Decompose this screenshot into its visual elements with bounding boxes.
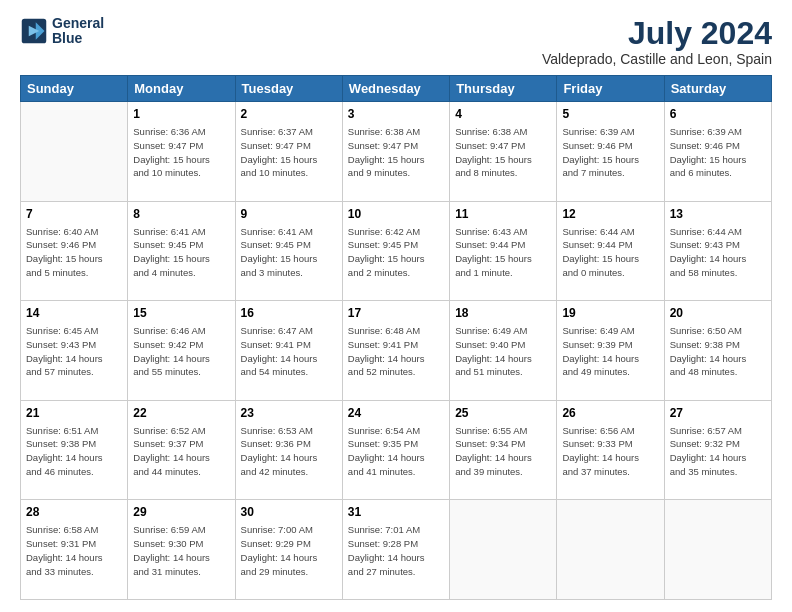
day-number: 21: [26, 405, 122, 422]
day-number: 2: [241, 106, 337, 123]
day-cell: [557, 500, 664, 600]
day-info: Sunrise: 6:47 AM Sunset: 9:41 PM Dayligh…: [241, 324, 337, 379]
day-info: Sunrise: 6:44 AM Sunset: 9:43 PM Dayligh…: [670, 225, 766, 280]
day-number: 14: [26, 305, 122, 322]
day-info: Sunrise: 6:53 AM Sunset: 9:36 PM Dayligh…: [241, 424, 337, 479]
day-header-saturday: Saturday: [664, 76, 771, 102]
day-info: Sunrise: 6:44 AM Sunset: 9:44 PM Dayligh…: [562, 225, 658, 280]
day-cell: 1Sunrise: 6:36 AM Sunset: 9:47 PM Daylig…: [128, 102, 235, 202]
day-number: 31: [348, 504, 444, 521]
day-number: 8: [133, 206, 229, 223]
day-info: Sunrise: 6:43 AM Sunset: 9:44 PM Dayligh…: [455, 225, 551, 280]
day-cell: 21Sunrise: 6:51 AM Sunset: 9:38 PM Dayli…: [21, 400, 128, 500]
day-number: 6: [670, 106, 766, 123]
day-number: 4: [455, 106, 551, 123]
subtitle: Valdeprado, Castille and Leon, Spain: [542, 51, 772, 67]
logo-icon: [20, 17, 48, 45]
day-info: Sunrise: 6:41 AM Sunset: 9:45 PM Dayligh…: [133, 225, 229, 280]
week-row-4: 21Sunrise: 6:51 AM Sunset: 9:38 PM Dayli…: [21, 400, 772, 500]
day-cell: 28Sunrise: 6:58 AM Sunset: 9:31 PM Dayli…: [21, 500, 128, 600]
logo-line2: Blue: [52, 31, 104, 46]
logo: General Blue: [20, 16, 104, 47]
day-info: Sunrise: 6:57 AM Sunset: 9:32 PM Dayligh…: [670, 424, 766, 479]
day-cell: [664, 500, 771, 600]
day-info: Sunrise: 6:55 AM Sunset: 9:34 PM Dayligh…: [455, 424, 551, 479]
day-number: 15: [133, 305, 229, 322]
day-header-sunday: Sunday: [21, 76, 128, 102]
day-number: 16: [241, 305, 337, 322]
day-info: Sunrise: 6:40 AM Sunset: 9:46 PM Dayligh…: [26, 225, 122, 280]
day-number: 22: [133, 405, 229, 422]
calendar-table: SundayMondayTuesdayWednesdayThursdayFrid…: [20, 75, 772, 600]
page: General Blue July 2024 Valdeprado, Casti…: [0, 0, 792, 612]
day-number: 19: [562, 305, 658, 322]
day-cell: 13Sunrise: 6:44 AM Sunset: 9:43 PM Dayli…: [664, 201, 771, 301]
day-info: Sunrise: 6:51 AM Sunset: 9:38 PM Dayligh…: [26, 424, 122, 479]
day-cell: 3Sunrise: 6:38 AM Sunset: 9:47 PM Daylig…: [342, 102, 449, 202]
day-cell: 15Sunrise: 6:46 AM Sunset: 9:42 PM Dayli…: [128, 301, 235, 401]
day-info: Sunrise: 6:42 AM Sunset: 9:45 PM Dayligh…: [348, 225, 444, 280]
day-number: 17: [348, 305, 444, 322]
day-info: Sunrise: 6:56 AM Sunset: 9:33 PM Dayligh…: [562, 424, 658, 479]
day-cell: 12Sunrise: 6:44 AM Sunset: 9:44 PM Dayli…: [557, 201, 664, 301]
day-info: Sunrise: 6:45 AM Sunset: 9:43 PM Dayligh…: [26, 324, 122, 379]
day-cell: 4Sunrise: 6:38 AM Sunset: 9:47 PM Daylig…: [450, 102, 557, 202]
day-info: Sunrise: 6:59 AM Sunset: 9:30 PM Dayligh…: [133, 523, 229, 578]
day-number: 7: [26, 206, 122, 223]
day-info: Sunrise: 6:41 AM Sunset: 9:45 PM Dayligh…: [241, 225, 337, 280]
day-info: Sunrise: 6:39 AM Sunset: 9:46 PM Dayligh…: [562, 125, 658, 180]
day-cell: 9Sunrise: 6:41 AM Sunset: 9:45 PM Daylig…: [235, 201, 342, 301]
week-row-3: 14Sunrise: 6:45 AM Sunset: 9:43 PM Dayli…: [21, 301, 772, 401]
day-info: Sunrise: 6:49 AM Sunset: 9:40 PM Dayligh…: [455, 324, 551, 379]
day-info: Sunrise: 6:39 AM Sunset: 9:46 PM Dayligh…: [670, 125, 766, 180]
day-number: 11: [455, 206, 551, 223]
week-row-5: 28Sunrise: 6:58 AM Sunset: 9:31 PM Dayli…: [21, 500, 772, 600]
day-cell: 30Sunrise: 7:00 AM Sunset: 9:29 PM Dayli…: [235, 500, 342, 600]
title-block: July 2024 Valdeprado, Castille and Leon,…: [542, 16, 772, 67]
day-cell: 18Sunrise: 6:49 AM Sunset: 9:40 PM Dayli…: [450, 301, 557, 401]
day-header-monday: Monday: [128, 76, 235, 102]
day-info: Sunrise: 6:36 AM Sunset: 9:47 PM Dayligh…: [133, 125, 229, 180]
day-cell: 16Sunrise: 6:47 AM Sunset: 9:41 PM Dayli…: [235, 301, 342, 401]
day-cell: 31Sunrise: 7:01 AM Sunset: 9:28 PM Dayli…: [342, 500, 449, 600]
day-info: Sunrise: 7:01 AM Sunset: 9:28 PM Dayligh…: [348, 523, 444, 578]
day-number: 13: [670, 206, 766, 223]
day-cell: 20Sunrise: 6:50 AM Sunset: 9:38 PM Dayli…: [664, 301, 771, 401]
day-cell: [450, 500, 557, 600]
day-info: Sunrise: 6:38 AM Sunset: 9:47 PM Dayligh…: [455, 125, 551, 180]
day-cell: 14Sunrise: 6:45 AM Sunset: 9:43 PM Dayli…: [21, 301, 128, 401]
day-info: Sunrise: 6:58 AM Sunset: 9:31 PM Dayligh…: [26, 523, 122, 578]
day-number: 28: [26, 504, 122, 521]
logo-text: General Blue: [52, 16, 104, 47]
day-info: Sunrise: 6:52 AM Sunset: 9:37 PM Dayligh…: [133, 424, 229, 479]
calendar-header-row: SundayMondayTuesdayWednesdayThursdayFrid…: [21, 76, 772, 102]
day-number: 20: [670, 305, 766, 322]
day-info: Sunrise: 7:00 AM Sunset: 9:29 PM Dayligh…: [241, 523, 337, 578]
day-number: 29: [133, 504, 229, 521]
day-header-tuesday: Tuesday: [235, 76, 342, 102]
day-number: 5: [562, 106, 658, 123]
week-row-2: 7Sunrise: 6:40 AM Sunset: 9:46 PM Daylig…: [21, 201, 772, 301]
day-cell: 27Sunrise: 6:57 AM Sunset: 9:32 PM Dayli…: [664, 400, 771, 500]
day-number: 10: [348, 206, 444, 223]
day-cell: 7Sunrise: 6:40 AM Sunset: 9:46 PM Daylig…: [21, 201, 128, 301]
day-header-wednesday: Wednesday: [342, 76, 449, 102]
day-number: 12: [562, 206, 658, 223]
day-number: 27: [670, 405, 766, 422]
day-number: 26: [562, 405, 658, 422]
day-number: 9: [241, 206, 337, 223]
day-number: 25: [455, 405, 551, 422]
day-header-friday: Friday: [557, 76, 664, 102]
day-cell: 29Sunrise: 6:59 AM Sunset: 9:30 PM Dayli…: [128, 500, 235, 600]
day-info: Sunrise: 6:38 AM Sunset: 9:47 PM Dayligh…: [348, 125, 444, 180]
day-cell: 17Sunrise: 6:48 AM Sunset: 9:41 PM Dayli…: [342, 301, 449, 401]
day-number: 3: [348, 106, 444, 123]
day-cell: 24Sunrise: 6:54 AM Sunset: 9:35 PM Dayli…: [342, 400, 449, 500]
day-cell: 6Sunrise: 6:39 AM Sunset: 9:46 PM Daylig…: [664, 102, 771, 202]
day-cell: 8Sunrise: 6:41 AM Sunset: 9:45 PM Daylig…: [128, 201, 235, 301]
day-number: 24: [348, 405, 444, 422]
day-info: Sunrise: 6:46 AM Sunset: 9:42 PM Dayligh…: [133, 324, 229, 379]
day-info: Sunrise: 6:49 AM Sunset: 9:39 PM Dayligh…: [562, 324, 658, 379]
day-cell: 22Sunrise: 6:52 AM Sunset: 9:37 PM Dayli…: [128, 400, 235, 500]
day-header-thursday: Thursday: [450, 76, 557, 102]
